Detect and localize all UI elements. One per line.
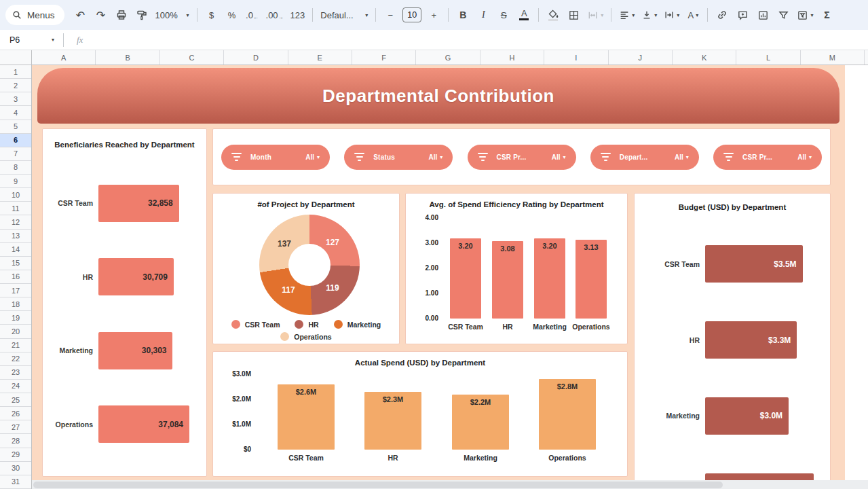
bar-row-csr-team: CSR Team$3.5M	[635, 245, 830, 283]
scrollbar-thumb[interactable]	[33, 482, 723, 488]
value-label: $2.3M	[364, 395, 421, 403]
row-header-17[interactable]: 17	[0, 284, 31, 297]
insert-comment-button[interactable]	[733, 5, 752, 24]
column-header-A[interactable]: A	[32, 50, 96, 65]
redo-button[interactable]: ↷	[92, 5, 111, 24]
select-all-corner[interactable]	[0, 50, 32, 65]
row-header-11[interactable]: 11	[0, 202, 31, 215]
chart-actual-spend[interactable]: Actual Spend (USD) by Department $3.0M$2…	[212, 351, 628, 477]
decrease-decimal-button[interactable]: .0←	[243, 5, 262, 24]
bold-button[interactable]: B	[453, 5, 472, 24]
row-header-30[interactable]: 30	[0, 462, 31, 475]
row-header-3[interactable]: 3	[0, 92, 31, 106]
text-wrap-button[interactable]: ▾	[661, 5, 682, 24]
column-headers: ABCDEFGHIJKLM	[32, 50, 868, 65]
chart-budget[interactable]: Budget (USD) by Department CSR Team$3.5M…	[634, 193, 831, 489]
row-header-28[interactable]: 28	[0, 434, 31, 448]
cell-reference: P6	[10, 35, 20, 45]
font-select[interactable]: Defaul... ▾	[318, 5, 371, 24]
row-header-1[interactable]: 1	[0, 65, 31, 79]
strikethrough-button[interactable]: S	[494, 5, 513, 24]
column-header-B[interactable]: B	[96, 50, 159, 65]
column-header-C[interactable]: C	[160, 50, 224, 65]
filter-views-button[interactable]: ▾	[794, 5, 816, 24]
filter-pill-depart--3[interactable]: Depart...All▾	[590, 145, 699, 170]
column-header-L[interactable]: L	[736, 50, 800, 65]
row-header-27[interactable]: 27	[0, 420, 31, 434]
format-currency-button[interactable]: $	[202, 5, 221, 24]
filter-pill-status-1[interactable]: StatusAll▾	[344, 145, 453, 170]
vertical-align-button[interactable]: ▾	[639, 5, 660, 24]
column-header-H[interactable]: H	[480, 50, 544, 65]
filter-pill-csr-pr--4[interactable]: CSR Pr...All▾	[713, 145, 822, 170]
create-filter-button[interactable]	[774, 5, 793, 24]
row-header-7[interactable]: 7	[0, 147, 31, 161]
format-percent-button[interactable]: %	[223, 5, 242, 24]
align-left-icon	[619, 10, 630, 20]
more-formats-button[interactable]: 123	[288, 5, 308, 24]
row-header-10[interactable]: 10	[0, 188, 31, 202]
chart-beneficiaries[interactable]: Beneficiaries Reached by Department CSR …	[42, 128, 207, 477]
print-button[interactable]	[112, 5, 131, 24]
undo-button[interactable]: ↶	[71, 5, 90, 24]
horizontal-align-button[interactable]: ▾	[616, 5, 637, 24]
row-header-14[interactable]: 14	[0, 243, 31, 257]
row-header-2[interactable]: 2	[0, 79, 31, 92]
row-header-13[interactable]: 13	[0, 230, 31, 243]
row-header-12[interactable]: 12	[0, 215, 31, 229]
filter-pill-month-0[interactable]: MonthAll▾	[221, 145, 330, 170]
italic-button[interactable]: I	[474, 5, 493, 24]
insert-chart-button[interactable]	[753, 5, 772, 24]
column-header-E[interactable]: E	[288, 50, 352, 65]
row-header-16[interactable]: 16	[0, 270, 31, 284]
spreadsheet: ABCDEFGHIJKLM 12345678910111213141516171…	[0, 50, 868, 489]
row-header-8[interactable]: 8	[0, 161, 31, 175]
bar-csr-team	[450, 238, 481, 319]
chart-efficiency[interactable]: Avg. of Spend Efficiency Rating by Depar…	[405, 193, 628, 344]
zoom-control[interactable]: 100% ▾	[153, 5, 192, 24]
row-header-9[interactable]: 9	[0, 175, 31, 188]
row-header-29[interactable]: 29	[0, 448, 31, 462]
column-header-J[interactable]: J	[609, 50, 673, 65]
font-size-input[interactable]: 10	[402, 7, 421, 22]
text-color-button[interactable]: A	[514, 5, 533, 24]
functions-button[interactable]: Σ	[817, 5, 836, 24]
column-header-F[interactable]: F	[352, 50, 416, 65]
row-header-23[interactable]: 23	[0, 366, 31, 380]
row-header-22[interactable]: 22	[0, 352, 31, 366]
column-header-D[interactable]: D	[224, 50, 288, 65]
column-header-G[interactable]: G	[416, 50, 480, 65]
increase-decimal-button[interactable]: .00→	[263, 5, 286, 24]
filter-pill-csr-pr--2[interactable]: CSR Pr...All▾	[468, 145, 576, 170]
row-header-5[interactable]: 5	[0, 120, 31, 134]
column-header-K[interactable]: K	[673, 50, 736, 65]
row-header-18[interactable]: 18	[0, 297, 31, 311]
horizontal-scrollbar[interactable]	[32, 480, 868, 489]
row-header-26[interactable]: 26	[0, 407, 31, 420]
fill-color-button[interactable]	[544, 5, 563, 24]
chart-legend: CSR TeamHRMarketingOperations	[213, 320, 399, 341]
cell-name-box[interactable]: P6 ▾	[0, 30, 60, 50]
row-header-24[interactable]: 24	[0, 380, 31, 393]
column-header-M[interactable]: M	[801, 50, 865, 65]
decrease-font-size-button[interactable]: −	[381, 5, 400, 24]
menus-button[interactable]: Menus	[5, 5, 64, 25]
increase-font-size-button[interactable]: +	[424, 5, 443, 24]
insert-link-button[interactable]	[713, 5, 732, 24]
row-header-31[interactable]: 31	[0, 475, 31, 489]
column-header-I[interactable]: I	[544, 50, 608, 65]
row-header-4[interactable]: 4	[0, 106, 31, 120]
row-header-19[interactable]: 19	[0, 311, 31, 325]
row-header-6[interactable]: 6	[0, 134, 31, 147]
category-label: Marketing	[443, 454, 518, 462]
grid-area[interactable]: Departmental Contribution Beneficiaries …	[32, 65, 868, 489]
merge-cells-button[interactable]: ▾	[584, 5, 606, 24]
row-header-21[interactable]: 21	[0, 339, 31, 352]
chart-projects-donut[interactable]: #of Project by Department 127119117137CS…	[212, 193, 400, 344]
row-header-25[interactable]: 25	[0, 393, 31, 407]
row-header-15[interactable]: 15	[0, 257, 31, 270]
text-rotation-button[interactable]: A ▾	[683, 5, 702, 24]
borders-button[interactable]	[564, 5, 583, 24]
paint-format-button[interactable]	[132, 5, 151, 24]
row-header-20[interactable]: 20	[0, 325, 31, 338]
